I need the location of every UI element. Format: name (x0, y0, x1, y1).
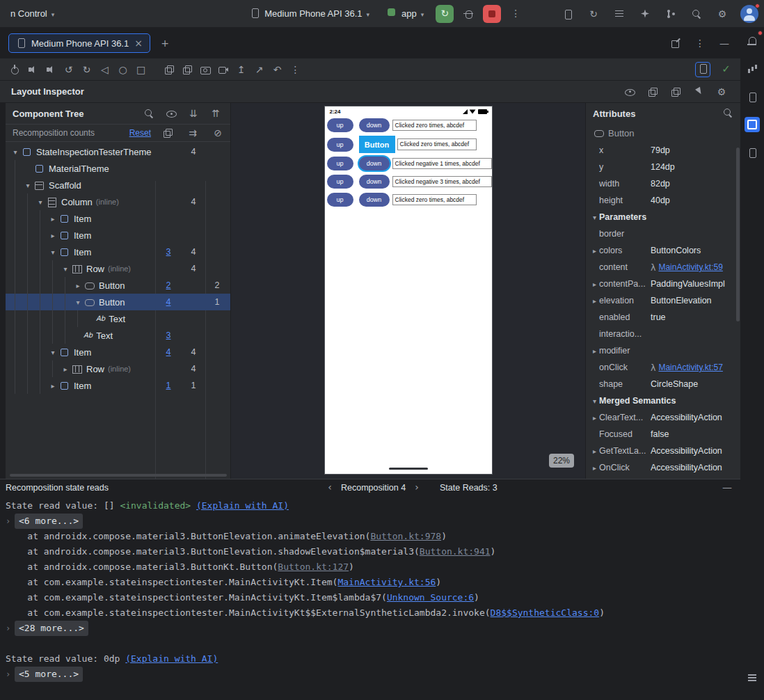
block-column-button[interactable]: ⊘ (205, 127, 230, 138)
console-link[interactable]: D8$$SyntheticClass:0 (491, 605, 600, 621)
tree-row[interactable]: ▾Item44 (6, 344, 230, 360)
up-button[interactable]: up (327, 157, 353, 170)
device-explorer-tool-button[interactable] (743, 143, 761, 161)
attributes-search[interactable] (722, 107, 733, 120)
down-button[interactable]: down (359, 157, 390, 170)
attribute-row[interactable]: ▸OnClickAccessibilityAction (586, 459, 740, 476)
console-link[interactable]: (Explain with AI) (196, 498, 289, 514)
fold-device-button[interactable] (161, 62, 176, 77)
tree-row[interactable]: ▾Row(inline)4 (6, 260, 230, 277)
reset-device-button[interactable]: ↶ (270, 62, 285, 77)
attribute-row[interactable]: shapeCircleShape (586, 376, 740, 392)
attribute-row[interactable]: ▸colorsButtonColors (586, 242, 740, 259)
collapse-all-button[interactable]: ⇈ (208, 106, 223, 121)
version-control-button[interactable] (663, 6, 678, 22)
expand-icon[interactable]: ▸ (590, 280, 599, 288)
up-button[interactable]: up (327, 193, 353, 207)
layers-column-button[interactable] (155, 127, 180, 138)
power-button[interactable] (7, 62, 22, 77)
console-link[interactable]: (Explain with AI) (125, 651, 218, 667)
tree-row[interactable]: ▸Button22 (6, 277, 230, 294)
down-button[interactable]: down (359, 118, 390, 132)
up-button[interactable]: up (327, 175, 353, 189)
chevron-down-icon[interactable]: ▾ (60, 265, 71, 273)
build-variants-button[interactable] (612, 6, 627, 22)
eye-button[interactable] (164, 106, 179, 121)
tree-row[interactable]: MaterialTheme (6, 160, 230, 177)
attribute-row[interactable]: enabledtrue (586, 309, 740, 326)
tree-row[interactable]: ▸Row(inline)4 (6, 360, 230, 377)
attribute-row[interactable]: interactio... (586, 326, 740, 342)
reset-counts-link[interactable]: Reset (129, 128, 151, 138)
console-link[interactable]: Button.kt:978 (370, 529, 441, 544)
open-in-new-button[interactable] (668, 35, 683, 51)
chevron-down-icon[interactable]: ▾ (47, 349, 58, 356)
source-link[interactable]: MainActivity.kt:59 (658, 262, 722, 272)
prev-recomposition-button[interactable]: ‹ (324, 480, 335, 495)
device-mirroring-button[interactable] (695, 62, 710, 77)
device-screen[interactable]: 2:24 updownClicked zero times, abcdefupB… (324, 106, 493, 475)
attribute-row[interactable]: height40dp (586, 192, 740, 209)
sort-column-button[interactable]: ⇉ (180, 127, 205, 138)
add-device-tab-button[interactable]: + (157, 35, 173, 51)
folded-frames[interactable]: <5 more...> (15, 667, 83, 682)
minimize-button[interactable]: — (717, 35, 732, 51)
tree-row[interactable]: ▸Item11 (6, 377, 230, 394)
screenshot-button[interactable] (198, 62, 212, 77)
attribute-row[interactable]: ▸modifier (586, 342, 740, 359)
attribute-row[interactable]: ▸GetTextLa...AccessibilityAction (586, 443, 740, 459)
source-link[interactable]: MainActivity.kt:57 (658, 363, 722, 372)
expand-icon[interactable]: ▸ (590, 247, 599, 255)
notifications-tool-button[interactable] (743, 32, 761, 50)
fold-chevron-icon[interactable]: › (6, 667, 13, 682)
minimize-panel-button[interactable]: — (719, 480, 735, 495)
recomposition-count[interactable]: 2 (156, 280, 181, 290)
tree-row[interactable]: ▸Item (6, 210, 230, 227)
debug-button[interactable] (461, 6, 476, 22)
chevron-down-icon[interactable]: ▾ (590, 214, 599, 221)
console-link[interactable]: Button.kt:127 (278, 559, 349, 575)
next-recomposition-button[interactable]: › (411, 480, 422, 495)
expand-all-button[interactable]: ⇊ (186, 106, 201, 121)
folded-frames[interactable]: <28 more...> (15, 621, 88, 636)
console-link[interactable]: Unknown Source:6 (387, 590, 474, 605)
gradle-sync-button[interactable]: ↻ (586, 6, 601, 22)
avatar[interactable] (740, 5, 758, 23)
recomposition-count[interactable]: 3 (156, 247, 181, 257)
attribute-row[interactable]: ▸contentPa...PaddingValuesImpl (586, 276, 740, 292)
device-manager-tool-button[interactable] (743, 88, 761, 106)
volume-down-button[interactable] (43, 62, 58, 77)
hardware-ok-button[interactable]: ✓ (719, 62, 733, 77)
down-button[interactable]: down (359, 175, 390, 189)
attribute-row[interactable]: Focusedfalse (586, 426, 740, 443)
run-configuration[interactable]: app ▾ (381, 4, 429, 23)
close-tab-button[interactable]: × (134, 38, 143, 48)
chevron-down-icon[interactable]: ▾ (72, 299, 83, 306)
chevron-right-icon[interactable]: ▸ (60, 365, 71, 373)
recomposition-count[interactable]: 4 (156, 347, 181, 357)
chevron-down-icon[interactable]: ▾ (10, 148, 21, 156)
folded-frames[interactable]: <6 more...> (15, 514, 83, 529)
attribute-row[interactable]: x79dp (586, 142, 740, 159)
attributes-scrollbar[interactable] (736, 148, 740, 321)
recomposition-count[interactable]: 3 (156, 331, 181, 340)
attribute-row[interactable]: onClickλMainActivity.kt:57 (586, 359, 740, 376)
tree-row[interactable]: ▾Column(inline)4 (6, 193, 230, 210)
nav-back-button[interactable]: ◁ (97, 62, 112, 77)
chevron-down-icon[interactable]: ▾ (590, 397, 599, 405)
state-reads-console[interactable]: State read value: [] <invalidated> (Expl… (0, 495, 740, 700)
expand-icon[interactable]: ▸ (590, 447, 599, 455)
attribute-row[interactable]: ▸elevationButtonElevation (586, 292, 740, 309)
settings-button[interactable]: ⚙ (715, 6, 730, 22)
expand-icon[interactable]: ▸ (590, 464, 599, 472)
fold-chevron-icon[interactable]: › (6, 514, 13, 529)
down-button[interactable]: down (359, 193, 390, 207)
nav-home-button[interactable]: ○ (116, 62, 130, 77)
tree-row[interactable]: ▸Item (6, 227, 230, 244)
attributes-section[interactable]: ▾Merged Semantics (586, 392, 740, 409)
version-control-widget[interactable]: n Control ▾ (6, 6, 59, 22)
layers-button[interactable] (668, 84, 683, 100)
chevron-right-icon[interactable]: ▸ (47, 232, 58, 239)
chevron-down-icon[interactable]: ▾ (47, 248, 58, 256)
more-vert-button[interactable]: ⋮ (288, 62, 303, 77)
